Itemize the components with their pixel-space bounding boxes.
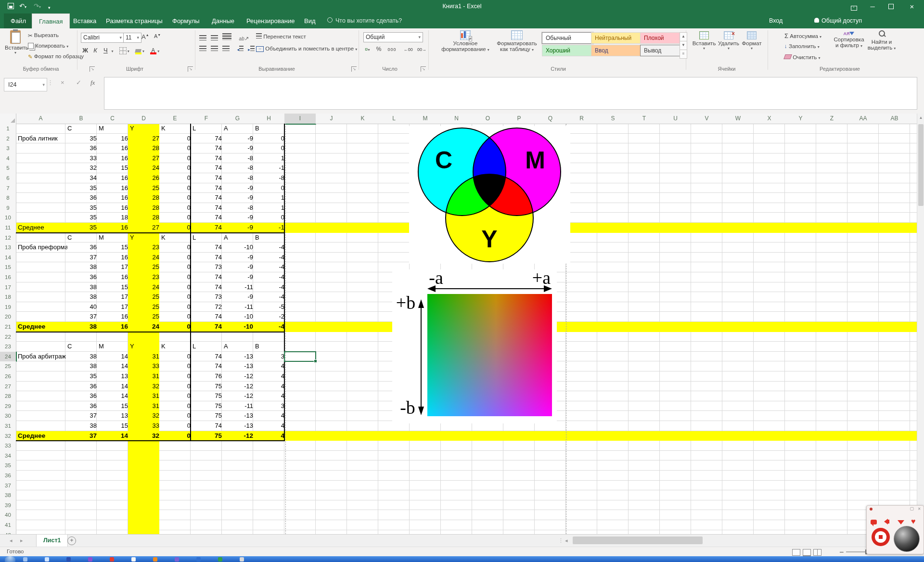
cell[interactable]: -4 xyxy=(253,322,287,332)
cell[interactable]: 0 xyxy=(159,361,193,371)
cell[interactable]: 25 xyxy=(128,183,162,193)
cell[interactable]: -11 xyxy=(222,302,256,312)
row-header[interactable]: 3 xyxy=(0,143,16,154)
cell[interactable]: 38 xyxy=(65,292,99,302)
cell[interactable]: 0 xyxy=(159,253,193,263)
cell[interactable]: 36 xyxy=(65,382,99,392)
cell[interactable]: 28 xyxy=(128,143,162,153)
cell[interactable]: 74 xyxy=(191,153,224,164)
cell[interactable]: M xyxy=(97,124,130,134)
row-header[interactable]: 34 xyxy=(0,451,16,461)
cell[interactable]: 16 xyxy=(97,183,130,193)
cell[interactable]: -13 xyxy=(222,361,256,371)
cell-style-output[interactable]: Вывод xyxy=(640,45,682,56)
delete-cells-button[interactable]: × Удалить▾ xyxy=(717,31,740,51)
cell[interactable]: 25 xyxy=(128,292,162,302)
cell[interactable]: 4 xyxy=(253,431,287,441)
cell[interactable]: K xyxy=(159,233,192,243)
cell[interactable]: 24 xyxy=(128,253,162,263)
cell[interactable]: 0 xyxy=(159,322,193,332)
widget-close-icon[interactable]: × xyxy=(918,506,921,511)
cell[interactable]: M xyxy=(97,233,130,243)
share-button[interactable]: Общий доступ xyxy=(814,13,862,28)
cell[interactable]: -9 xyxy=(222,134,256,144)
row-header[interactable]: 21 xyxy=(0,322,16,332)
cell[interactable]: 0 xyxy=(159,262,193,272)
cell[interactable]: 16 xyxy=(97,272,130,282)
column-header[interactable]: E xyxy=(159,114,191,124)
cell[interactable]: 74 xyxy=(191,223,224,233)
merge-center-button[interactable]: ↔ Объединить и поместить в центре ▾ xyxy=(256,46,357,52)
decrease-decimal-icon[interactable]: 00→ xyxy=(417,47,426,52)
column-header[interactable]: J xyxy=(316,114,347,124)
cell[interactable]: 74 xyxy=(191,193,224,203)
cell[interactable]: 0 xyxy=(159,143,193,153)
cell[interactable]: 72 xyxy=(191,302,224,312)
cell[interactable]: 1 xyxy=(253,193,287,203)
cell[interactable]: 15 xyxy=(97,421,130,431)
cell[interactable]: 0 xyxy=(159,153,193,164)
row-header[interactable]: 7 xyxy=(0,183,16,194)
widget-sphere-icon[interactable] xyxy=(894,526,920,552)
row-header[interactable]: 19 xyxy=(0,302,16,313)
cell[interactable]: 24 xyxy=(128,163,162,173)
column-header[interactable]: Y xyxy=(785,114,817,124)
cell[interactable]: Y xyxy=(128,342,161,352)
font-color-button[interactable]: А xyxy=(149,46,157,55)
cell[interactable]: 14 xyxy=(97,391,130,401)
cell[interactable]: -13 xyxy=(222,352,256,362)
cell[interactable]: 0 xyxy=(159,391,193,401)
find-select-button[interactable]: Найти и выделить ▾ xyxy=(866,30,897,51)
row-header[interactable]: 4 xyxy=(0,153,16,164)
widget-expand-icon[interactable]: ▢ xyxy=(910,506,914,511)
increase-decimal-icon[interactable]: ←00 xyxy=(404,47,413,52)
autosum-button[interactable]: Σ Автосумма ▾ xyxy=(784,32,821,39)
font-family-select[interactable]: Calibri▾ xyxy=(81,33,124,43)
widget-logo-badge[interactable] xyxy=(872,528,890,546)
taskbar-app-icon[interactable] xyxy=(175,557,179,562)
cell[interactable]: Проба преформа xyxy=(16,243,67,253)
cell[interactable]: 38 xyxy=(65,282,99,293)
column-header[interactable]: O xyxy=(472,114,504,124)
cell[interactable]: 31 xyxy=(128,371,162,382)
column-header[interactable]: D xyxy=(128,114,160,124)
sheet-tab-active[interactable]: Лист1 xyxy=(36,535,68,548)
close-icon[interactable]: × xyxy=(904,0,920,13)
tab-review[interactable]: Рецензирование xyxy=(240,13,301,28)
cell[interactable]: 0 xyxy=(159,213,193,223)
tell-me-box[interactable]: Что вы хотите сделать? xyxy=(327,13,402,28)
taskbar-app-icon[interactable] xyxy=(196,557,201,562)
cell[interactable]: L xyxy=(191,342,224,352)
cell[interactable]: 0 xyxy=(159,243,193,253)
cell[interactable]: Y xyxy=(128,124,161,134)
widget-funnel-icon[interactable] xyxy=(898,518,904,526)
cell[interactable]: -9 xyxy=(222,143,256,153)
cell[interactable]: 35 xyxy=(65,213,99,223)
row-header[interactable]: 1 xyxy=(0,124,16,134)
cell[interactable]: 16 xyxy=(97,322,130,332)
cell[interactable]: 0 xyxy=(159,134,193,144)
alignment-dialog-launcher[interactable]: ↘ xyxy=(351,66,357,72)
increase-indent-icon[interactable]: ▸ xyxy=(248,46,255,52)
cell[interactable]: K xyxy=(159,342,192,352)
column-header[interactable]: AB xyxy=(879,114,911,124)
cell[interactable]: 35 xyxy=(65,223,99,233)
tab-file[interactable]: Файл xyxy=(4,13,33,28)
cell[interactable]: -4 xyxy=(253,253,287,263)
cell[interactable]: -4 xyxy=(253,292,287,302)
cell[interactable]: 1 xyxy=(253,203,287,213)
cell[interactable]: 40 xyxy=(65,302,99,312)
row-header[interactable]: 22 xyxy=(0,332,16,343)
cell[interactable]: 0 xyxy=(253,134,287,144)
row-header[interactable]: 26 xyxy=(0,371,16,382)
cell[interactable]: 4 xyxy=(253,371,287,382)
column-header[interactable]: C xyxy=(97,114,128,124)
cell[interactable]: K xyxy=(159,124,192,134)
clear-button[interactable]: Очистить ▾ xyxy=(784,54,820,60)
fill-color-button[interactable] xyxy=(134,46,142,55)
cell[interactable]: 32 xyxy=(128,382,162,392)
cell[interactable]: 75 xyxy=(191,431,224,441)
column-header[interactable]: H xyxy=(253,114,285,124)
cell[interactable]: 74 xyxy=(191,213,224,223)
cell[interactable]: -4 xyxy=(253,262,287,272)
